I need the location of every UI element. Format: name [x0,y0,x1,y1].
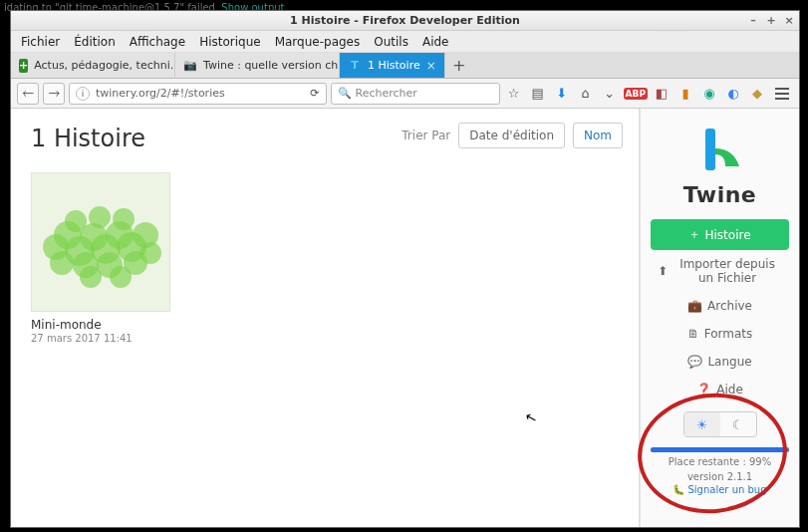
tab-label: Twine : quelle version ch… [203,59,340,72]
url-bar[interactable]: i twinery.org/2/#!/stories ⟳ [69,83,327,105]
new-story-button[interactable]: ＋ Histoire [651,219,789,250]
file-icon: 🗎 [687,327,699,341]
favicon-plus-icon: + [19,59,28,73]
favicon-camera-icon: 📷 [183,59,197,73]
archive-label: Archive [707,299,752,313]
search-bar[interactable]: 🔍 Rechercher [331,83,500,105]
svg-point-15 [80,266,102,288]
tab-actus[interactable]: + Actus, pédagogie, techni… × [11,53,175,78]
language-link[interactable]: 💬 Langue [651,348,789,376]
formats-label: Formats [704,327,753,341]
tab-label: 1 Histoire [368,59,420,72]
extension-icon-1[interactable]: ◧ [652,84,672,104]
search-placeholder: Rechercher [356,87,417,100]
main-area: 1 Histoire Trier Par Date d'édition Nom [11,109,640,527]
briefcase-icon: 💼 [687,299,702,313]
window-title: 1 Histoire - Firefox Developer Edition [11,14,799,27]
upload-icon: ⬆ [658,264,668,278]
help-label: Aide [716,383,743,397]
svg-point-14 [113,208,135,230]
help-link[interactable]: ❓ Aide [651,376,789,403]
sort-row: Trier Par Date d'édition Nom [402,123,623,148]
reader-icon[interactable]: ▤ [528,84,548,104]
back-button[interactable]: 🡐 [17,83,39,105]
menu-aide[interactable]: Aide [422,35,449,49]
import-link[interactable]: ⬆ Importer depuis un Fichier [651,250,789,292]
adblock-icon[interactable]: ABP [624,88,648,100]
window-buttons: – + × [747,14,795,27]
search-icon: 🔍 [338,87,352,100]
mouse-cursor-icon: ↖ [523,408,538,426]
menubar: Fichier Édition Affichage Historique Mar… [11,31,799,53]
theme-dark-button[interactable]: ☾ [720,412,756,436]
tab-close-icon[interactable]: × [426,59,436,73]
story-card[interactable]: Mini-monde 27 mars 2017 11:41 ⚙ [31,172,170,344]
site-info-icon[interactable]: i [76,87,90,101]
window-maximize[interactable]: + [765,14,777,27]
tab-twine-article[interactable]: 📷 Twine : quelle version ch… × [175,53,340,78]
import-label: Importer depuis un Fichier [673,257,782,285]
speech-icon: 💬 [687,355,702,369]
url-text: twinery.org/2/#!/stories [96,87,225,100]
story-title: Mini-monde [31,318,170,332]
svg-point-16 [110,266,132,288]
sort-label: Trier Par [402,129,450,142]
sort-by-date[interactable]: Date d'édition [458,123,565,148]
storage-quota-text: Place restante : 99% [669,456,771,467]
menu-affichage[interactable]: Affichage [130,35,185,49]
titlebar: 1 Histoire - Firefox Developer Edition –… [11,11,799,31]
menu-hamburger-icon[interactable] [771,88,793,100]
brand-name: Twine [683,182,757,207]
story-date: 27 mars 2017 11:41 [31,333,170,344]
version-text: version 2.1.1 [687,471,752,482]
tab-label: Actus, pédagogie, techni… [34,59,175,72]
svg-point-13 [89,206,111,228]
new-story-label: Histoire [704,228,750,242]
storage-quota-bar [651,447,789,452]
svg-point-8 [50,251,74,275]
theme-light-button[interactable]: ☀ [684,412,720,436]
reload-icon[interactable]: ⟳ [310,87,319,100]
svg-point-17 [139,242,161,264]
question-icon: ❓ [696,383,711,397]
devtools-icon[interactable]: ◐ [723,84,743,104]
sidebar: Twine ＋ Histoire ⬆ Importer depuis un Fi… [640,109,799,527]
menu-marquepages[interactable]: Marque-pages [275,35,361,49]
nav-toolbar: 🡐 🡒 i twinery.org/2/#!/stories ⟳ 🔍 Reche… [11,79,799,109]
menu-fichier[interactable]: Fichier [21,35,60,49]
forward-button[interactable]: 🡒 [43,83,65,105]
menu-edition[interactable]: Édition [74,35,116,49]
sort-by-name[interactable]: Nom [573,123,623,148]
extension-icon-3[interactable]: ◉ [699,84,719,104]
menu-outils[interactable]: Outils [374,35,408,49]
extension-icon-2[interactable]: ▮ [675,84,695,104]
tab-histoire[interactable]: T 1 Histoire × [340,53,445,78]
tabbar: + Actus, pédagogie, techni… × 📷 Twine : … [11,53,799,79]
downloads-icon[interactable]: ⬇ [552,84,572,104]
extension-icon-4[interactable]: ◆ [747,84,767,104]
bug-icon: 🐛 [673,484,684,495]
svg-rect-18 [705,129,715,170]
browser-window: 1 Histoire - Firefox Developer Edition –… [10,10,800,528]
bug-label: Signaler un bug [687,484,766,495]
story-thumbnail[interactable] [31,172,170,312]
favicon-twine-icon: T [348,59,362,73]
page-content: 1 Histoire Trier Par Date d'édition Nom [11,109,799,527]
menu-historique[interactable]: Historique [199,35,261,49]
pocket-icon[interactable]: ⌄ [600,84,620,104]
theme-toggle: ☀ ☾ [683,411,757,437]
home-icon[interactable]: ⌂ [576,84,596,104]
language-label: Langue [707,355,751,369]
story-graph-icon [36,187,165,297]
window-minimize[interactable]: – [747,14,759,27]
formats-link[interactable]: 🗎 Formats [651,320,789,348]
new-tab-button[interactable]: + [445,53,473,78]
report-bug-link[interactable]: 🐛 Signaler un bug [673,484,766,495]
bookmark-star-icon[interactable]: ☆ [504,84,524,104]
window-close[interactable]: × [783,14,795,27]
archive-link[interactable]: 💼 Archive [651,292,789,320]
plus-icon: ＋ [688,226,700,243]
svg-point-12 [65,210,87,232]
twine-logo-icon [695,125,745,174]
